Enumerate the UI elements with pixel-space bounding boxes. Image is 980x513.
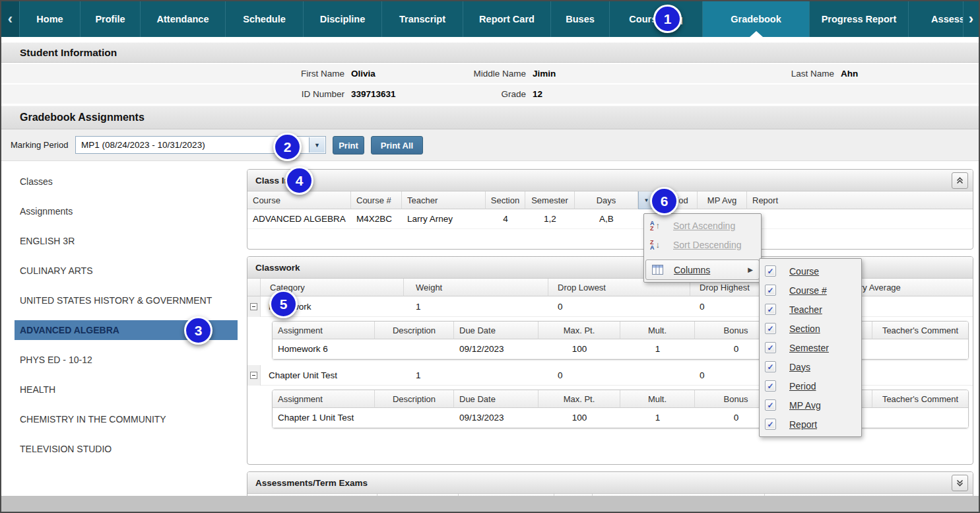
menu-item-sort-descending[interactable]: ZA ↓ Sort Descending — [644, 235, 761, 254]
sidebar-item-television-studio[interactable]: TELEVISION STUDIO — [15, 439, 238, 459]
collapse-category-icon[interactable] — [250, 372, 257, 379]
cell-mult: 1 — [620, 339, 695, 359]
col-header-section[interactable]: Section — [486, 191, 525, 209]
column-toggle-report[interactable]: ✓ Report — [760, 415, 861, 434]
gutter-header — [247, 279, 261, 296]
checkbox-checked-icon[interactable]: ✓ — [765, 342, 776, 353]
column-toggle-teacher[interactable]: ✓ Teacher — [760, 300, 861, 319]
col-header-mp-avg[interactable]: MP Avg — [698, 191, 747, 209]
sidebar-item-chemistry[interactable]: CHEMISTRY IN THE COMMUNITY — [15, 409, 238, 429]
col-header-report[interactable]: Report — [747, 191, 973, 209]
cell-due-date: 09/12/2023 — [454, 339, 539, 359]
col-header-due-date[interactable]: Due Date — [454, 390, 539, 408]
classwork-header: Classwork — [247, 257, 973, 279]
classwork-column-headers: Category Weight Drop Lowest Drop Highest… — [247, 279, 973, 296]
col-header-mult[interactable]: Mult. — [620, 390, 695, 408]
category-drop-lowest: 0 — [548, 365, 690, 386]
checkbox-checked-icon[interactable]: ✓ — [765, 419, 776, 430]
col-header-teachers-comment[interactable]: Teacher's Comment — [872, 322, 968, 339]
sidebar-item-phys-ed[interactable]: PHYS ED - 10-12 — [15, 350, 238, 370]
column-toggle-days[interactable]: ✓ Days — [760, 357, 861, 376]
tab-progress-report[interactable]: Progress Report — [810, 1, 909, 37]
tab-attendance[interactable]: Attendance — [141, 1, 226, 37]
marking-period-label: Marking Period — [11, 140, 68, 150]
class-info-header: Class Info — [247, 170, 973, 191]
column-toggle-mp-avg[interactable]: ✓ MP Avg — [760, 395, 861, 415]
middle-name-label: Middle Name — [361, 69, 526, 79]
col-header-due-date[interactable]: Due Date — [454, 322, 539, 339]
cell-days: A,B — [575, 209, 638, 229]
marking-period-toolbar: Marking Period MP1 (08/24/2023 - 10/31/2… — [1, 129, 979, 161]
class-info-empty-area — [247, 229, 973, 249]
cell-semester: 1,2 — [525, 209, 575, 229]
col-header-description[interactable]: Description — [375, 390, 454, 408]
col-header-course-number[interactable]: Course # — [351, 191, 402, 209]
app-window: ‹ Home Profile Attendance Schedule Disci… — [0, 0, 980, 513]
sidebar-item-health[interactable]: HEALTH — [15, 380, 238, 399]
col-header-days[interactable]: Days — [575, 191, 638, 209]
cell-report — [747, 209, 973, 229]
col-header-max-pt[interactable]: Max. Pt. — [539, 322, 620, 339]
checkbox-checked-icon[interactable]: ✓ — [765, 361, 776, 372]
expand-panel-button[interactable] — [952, 475, 968, 491]
menu-item-sort-ascending[interactable]: AZ ↑ Sort Ascending — [644, 216, 761, 235]
checkbox-checked-icon[interactable]: ✓ — [765, 323, 776, 334]
classwork-panel: Classwork Category Weight Drop Lowest Dr… — [247, 256, 973, 465]
tab-gradebook[interactable]: Gradebook — [703, 1, 810, 37]
col-header-semester[interactable]: Semester — [525, 191, 575, 209]
sidebar-item-english-3r[interactable]: ENGLISH 3R — [15, 231, 238, 251]
column-toggle-period[interactable]: ✓ Period — [760, 376, 861, 395]
tab-buses[interactable]: Buses — [551, 1, 610, 37]
col-header-teacher[interactable]: Teacher — [402, 191, 486, 209]
col-header-description[interactable]: Description — [375, 322, 454, 339]
tab-schedule[interactable]: Schedule — [226, 1, 304, 37]
sidebar-item-classes[interactable]: Classes — [15, 172, 238, 191]
sidebar-item-culinary-arts[interactable]: CULINARY ARTS — [15, 261, 238, 281]
collapse-category-icon[interactable] — [250, 303, 257, 310]
column-toggle-course-number[interactable]: ✓ Course # — [760, 281, 861, 300]
assessments-header: Assessments/Term Exams — [247, 472, 973, 494]
tab-profile[interactable]: Profile — [81, 1, 141, 37]
assessments-title: Assessments/Term Exams — [255, 478, 368, 488]
nav-back-chevron-icon[interactable]: ‹ — [1, 1, 20, 37]
sort-ascending-icon: AZ ↑ — [650, 219, 667, 232]
tab-report-card[interactable]: Report Card — [463, 1, 551, 37]
tab-home[interactable]: Home — [20, 1, 81, 37]
cell-course: ADVANCED ALGEBRA — [247, 209, 351, 229]
column-toggle-course[interactable]: ✓ Course — [760, 261, 861, 281]
column-toggle-semester[interactable]: ✓ Semester — [760, 338, 861, 357]
assignments-table-homework: Assignment Description Due Date Max. Pt.… — [272, 321, 969, 360]
checkbox-checked-icon[interactable]: ✓ — [765, 304, 776, 315]
last-name-value: Ahn — [841, 69, 858, 79]
col-header-max-pt[interactable]: Max. Pt. — [539, 390, 620, 408]
nav-forward-chevron-icon[interactable]: › — [963, 1, 979, 37]
cell-max-pt: 100 — [539, 339, 620, 359]
tab-discipline[interactable]: Discipline — [304, 1, 382, 37]
cell-description — [375, 408, 454, 428]
select-caret-down-icon[interactable]: ▼ — [309, 137, 325, 153]
col-header-weight[interactable]: Weight — [404, 279, 548, 296]
sidebar-item-assignments[interactable]: Assignments — [15, 201, 238, 221]
print-all-button[interactable]: Print All — [371, 136, 423, 154]
menu-item-columns[interactable]: Columns ▶ — [645, 259, 760, 280]
checkbox-checked-icon[interactable]: ✓ — [765, 265, 776, 277]
col-header-teachers-comment[interactable]: Teacher's Comment — [872, 390, 968, 408]
col-header-assignment[interactable]: Assignment — [273, 322, 375, 339]
gradebook-assignments-title: Gradebook Assignments — [1, 106, 979, 129]
collapse-panel-button[interactable] — [952, 172, 968, 189]
col-header-mult[interactable]: Mult. — [620, 322, 695, 339]
checkbox-checked-icon[interactable]: ✓ — [765, 399, 776, 411]
checkbox-checked-icon[interactable]: ✓ — [765, 380, 776, 392]
print-button[interactable]: Print — [333, 136, 364, 154]
col-header-assignment[interactable]: Assignment — [273, 390, 375, 408]
sidebar-item-us-history[interactable]: UNITED STATES HISTORY & GOVERNMENT — [15, 291, 238, 310]
cell-assignment-name: Homework 6 — [273, 339, 375, 359]
checkbox-checked-icon[interactable]: ✓ — [765, 285, 776, 296]
annotation-badge-5: 5 — [269, 290, 298, 318]
cell-mult: 1 — [620, 408, 695, 428]
tab-transcript[interactable]: Transcript — [382, 1, 463, 37]
column-toggle-section[interactable]: ✓ Section — [760, 319, 861, 338]
cell-teacher: Larry Arney — [402, 209, 486, 229]
category-weight: 1 — [404, 365, 548, 386]
category-name: Chapter Unit Test — [261, 365, 404, 386]
